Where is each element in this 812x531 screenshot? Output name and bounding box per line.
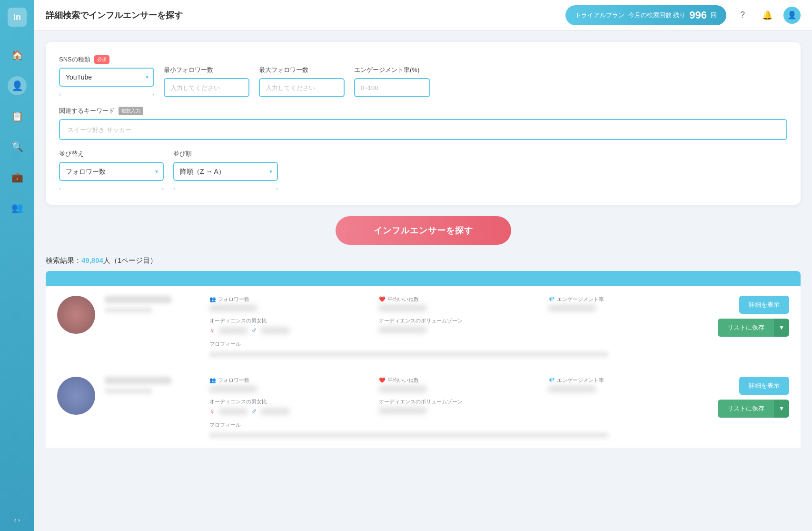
sort-order-wrapper: 降順（Z → A） 昇順（A → Z） ▼	[173, 162, 278, 181]
female-icon: ♀	[209, 407, 215, 416]
engagement-icon: 💎	[548, 296, 555, 302]
save-button[interactable]: リストに保存	[718, 400, 774, 418]
followers-label: 👥 フォロワー数	[209, 377, 369, 384]
results-count: 49,804	[81, 256, 103, 264]
sort-order-nav-prev[interactable]: ‹	[173, 186, 175, 191]
sidebar-item-list[interactable]: 📋	[8, 107, 27, 126]
profile-label: プロフィール	[209, 421, 708, 429]
result-stats: 👥 フォロワー数 ❤️ 平均いいね数 💎 エンゲージメント率	[209, 377, 708, 438]
save-button[interactable]: リストに保存	[718, 319, 774, 337]
search-button-wrapper: インフルエンサーを探す	[46, 216, 801, 245]
engagement-value	[548, 305, 596, 311]
sns-nav-next[interactable]: ›	[152, 91, 154, 97]
sidebar-item-search[interactable]: 🔍	[8, 137, 27, 156]
male-bar	[261, 327, 289, 334]
followers-icon: 👥	[209, 377, 216, 383]
gender-row: ♀ ♂	[209, 326, 369, 335]
save-dropdown-button[interactable]: ▼	[774, 319, 789, 337]
sort-select-wrapper: フォロワー数 平均いいね数 エンゲージメント率 ▼	[59, 162, 164, 181]
result-info	[105, 377, 200, 394]
sort-order-nav-next[interactable]: ›	[276, 186, 278, 191]
audience-volume-value	[379, 326, 426, 333]
required-badge: 必須	[94, 55, 109, 64]
min-followers-group: 最小フォロワー数	[164, 66, 249, 97]
sns-select[interactable]: YouTube Instagram Twitter TikTok	[59, 68, 154, 87]
followers-icon: 👥	[209, 296, 216, 302]
sns-type-group: SNSの種類 必須 YouTube Instagram Twitter TikT…	[59, 55, 154, 97]
engagement-input[interactable]	[354, 78, 430, 97]
profile-stat: プロフィール	[209, 341, 708, 357]
female-bar	[219, 327, 248, 334]
search-count-unit: 回	[711, 11, 717, 20]
sidebar-item-home[interactable]: 🏠	[8, 46, 27, 65]
followers-value	[209, 305, 257, 311]
sns-select-nav: ‹ ›	[59, 91, 154, 97]
sort-by-group: 並び替え フォロワー数 平均いいね数 エンゲージメント率 ▼ ‹ ›	[59, 150, 164, 191]
result-sub	[105, 307, 152, 313]
engagement-icon: 💎	[548, 377, 555, 383]
table-row: 👥 フォロワー数 ❤️ 平均いいね数 💎 エンゲージメント率	[46, 286, 801, 367]
profile-value	[209, 351, 608, 357]
sort-nav-next[interactable]: ›	[162, 186, 164, 191]
engagement-stat-label: 💎 エンゲージメント率	[548, 296, 708, 303]
detail-button[interactable]: 詳細を表示	[739, 377, 789, 395]
max-followers-input[interactable]	[259, 78, 345, 97]
likes-icon: ❤️	[379, 296, 386, 302]
save-button-wrapper: リストに保存 ▼	[718, 400, 789, 418]
likes-label: ❤️ 平均いいね数	[379, 377, 539, 384]
result-actions: 詳細を表示 リストに保存 ▼	[718, 377, 789, 418]
save-dropdown-button[interactable]: ▼	[774, 400, 789, 418]
engagement-stat: 💎 エンゲージメント率	[548, 377, 708, 392]
trial-badge: トライアルプラン 今月の検索回数 残り 996 回	[565, 5, 726, 25]
sidebar-item-profile[interactable]: 👤	[8, 76, 27, 95]
max-followers-group: 最大フォロワー数	[259, 66, 345, 97]
optional-badge: 複数入力	[119, 107, 143, 115]
audience-gender-stat: オーディエンスの男女比 ♀ ♂	[209, 398, 369, 416]
sort-row: 並び替え フォロワー数 平均いいね数 エンゲージメント率 ▼ ‹ ›	[59, 150, 787, 191]
search-panel: SNSの種類 必須 YouTube Instagram Twitter TikT…	[46, 42, 801, 205]
min-followers-input[interactable]	[164, 78, 249, 97]
notification-icon[interactable]: 🔔	[759, 7, 776, 24]
search-row-1: SNSの種類 必須 YouTube Instagram Twitter TikT…	[59, 55, 787, 97]
engagement-group: エンゲージメント率(%)	[354, 66, 430, 97]
max-followers-label: 最大フォロワー数	[259, 66, 345, 74]
result-name	[105, 296, 171, 303]
audience-gender-label: オーディエンスの男女比	[209, 398, 369, 405]
logo[interactable]: in	[8, 8, 27, 27]
help-icon[interactable]: ?	[734, 7, 751, 24]
user-avatar[interactable]: 👤	[783, 7, 801, 24]
audience-volume-label: オーディエンスのボリュームゾーン	[379, 317, 539, 324]
engagement-stat: 💎 エンゲージメント率	[548, 296, 708, 311]
sns-nav-prev[interactable]: ‹	[59, 91, 61, 97]
detail-button[interactable]: 詳細を表示	[739, 296, 789, 314]
result-sub	[105, 388, 152, 394]
likes-value	[379, 386, 426, 392]
sort-nav: ‹ ›	[59, 186, 164, 191]
search-button[interactable]: インフルエンサーを探す	[336, 216, 511, 245]
likes-value	[379, 305, 426, 311]
result-actions: 詳細を表示 リストに保存 ▼	[718, 296, 789, 337]
sort-order-group: 並び順 降順（Z → A） 昇順（A → Z） ▼ ‹ ›	[173, 150, 278, 191]
trial-label: トライアルプラン	[575, 11, 624, 20]
sort-order-select[interactable]: 降順（Z → A） 昇順（A → Z）	[173, 162, 278, 181]
profile-value	[209, 432, 608, 438]
sidebar-item-group[interactable]: 👥	[8, 198, 27, 217]
result-stats: 👥 フォロワー数 ❤️ 平均いいね数 💎 エンゲージメント率	[209, 296, 708, 357]
min-followers-label: 最小フォロワー数	[164, 66, 249, 74]
sort-nav-prev[interactable]: ‹	[59, 186, 61, 191]
sidebar-item-campaign[interactable]: 💼	[8, 168, 27, 187]
audience-volume-value	[379, 407, 426, 414]
followers-stat: 👥 フォロワー数	[209, 377, 369, 392]
likes-icon: ❤️	[379, 377, 386, 383]
keyword-input[interactable]	[59, 119, 787, 140]
keyword-group: 関連するキーワード 複数入力	[59, 107, 787, 140]
sort-select[interactable]: フォロワー数 平均いいね数 エンゲージメント率	[59, 162, 164, 181]
sns-type-label: SNSの種類 必須	[59, 55, 154, 64]
audience-volume-stat: オーディエンスのボリュームゾーン	[379, 398, 539, 416]
female-bar	[219, 408, 248, 415]
avatar	[57, 296, 95, 334]
gender-row: ♀ ♂	[209, 407, 369, 416]
sidebar-scroll-arrows[interactable]: ‹›	[14, 517, 20, 523]
audience-volume-label: オーディエンスのボリュームゾーン	[379, 398, 539, 405]
male-icon: ♂	[251, 326, 257, 335]
